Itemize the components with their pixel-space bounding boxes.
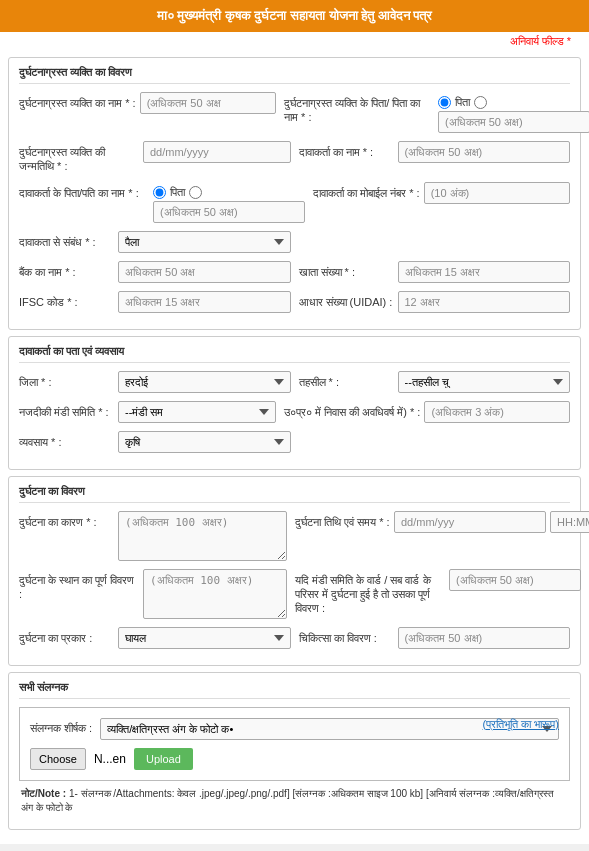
group-relation: दावाकता से संबंध * : पैला xyxy=(19,231,291,253)
required-note: अनिवार्य फील्ड * xyxy=(8,32,581,51)
contact-label-text: संलग्नक शीर्षक : xyxy=(30,722,92,735)
preview-link[interactable]: (प्रतिभूति का भारूप) xyxy=(483,718,559,731)
group-residence: उ०प्र० में निवास की अवधिवर्ष में) * : xyxy=(284,401,570,423)
group-relative: दुर्घटनाग्रस्त व्यक्ति के पिता/ पिता का … xyxy=(284,92,570,133)
datetime-label: दुर्घटना तिथि एवं समय * : xyxy=(295,511,390,529)
group-mobile: दावाकर्ता का मोबाईल नंबर * : xyxy=(313,182,570,204)
group-accident-name: दुर्घटनाग्रस्त व्यक्ति का नाम * : xyxy=(19,92,276,114)
medical-input[interactable] xyxy=(398,627,571,649)
mandi-label: नजदीकी मंडी समिति * : xyxy=(19,401,114,419)
row-district: जिला * : हरदोई तहसील * : --तहसील चु xyxy=(19,371,570,393)
note-title: नोट/Note : xyxy=(21,788,66,799)
contact-label-row: संलग्नक शीर्षक : व्यक्ति/क्षतिग्रस्त अंग… xyxy=(30,718,559,740)
section-accident-person: दुर्घटनाग्रस्त व्यक्ति का विवरण दुर्घटना… xyxy=(8,57,581,330)
group-claimant-name: दावाकर्ता का नाम * : xyxy=(299,141,571,163)
row-bank: बैंक का नाम * : खाता संख्या * : xyxy=(19,261,570,283)
cause-textarea[interactable] xyxy=(118,511,287,561)
medical-label: चिकित्सा का विवरण : xyxy=(299,627,394,645)
dob-label: दुर्घटनाग्रस्त व्यक्ति की जन्मतिथि * : xyxy=(19,141,139,174)
section-attachments: सभी संलग्नक (प्रतिभूति का भारूप) संलग्नक… xyxy=(8,672,581,830)
row-dob: दुर्घटनाग्रस्त व्यक्ति की जन्मतिथि * : द… xyxy=(19,141,570,174)
occupation-label: व्यवसाय * : xyxy=(19,431,114,449)
row-accident-type: दुर्घटना का प्रकार : घायल चिकित्सा का वि… xyxy=(19,627,570,649)
group-ifsc: IFSC कोड * : xyxy=(19,291,291,313)
group-district: जिला * : हरदोई xyxy=(19,371,291,393)
row-name: दुर्घटनाग्रस्त व्यक्ति का नाम * : दुर्घट… xyxy=(19,92,570,133)
accident-type-select[interactable]: घायल xyxy=(118,627,291,649)
dob-input[interactable] xyxy=(143,141,291,163)
relation-label: दावाकता से संबंध * : xyxy=(19,231,114,249)
bank-input[interactable] xyxy=(118,261,291,283)
district-label: जिला * : xyxy=(19,371,114,389)
upload-button[interactable]: Upload xyxy=(134,748,193,770)
group-tehsil: तहसील * : --तहसील चु xyxy=(299,371,571,393)
page-header: मा० मुख्यमंत्री कृषक दुर्घटना सहायता योज… xyxy=(0,0,589,32)
accident-name-input[interactable] xyxy=(140,92,276,114)
page-title: मा० मुख्यमंत्री कृषक दुर्घटना सहायता योज… xyxy=(157,8,433,23)
group-bank: बैंक का नाम * : xyxy=(19,261,291,283)
radio-pita-group: पिता xyxy=(438,92,589,109)
radio-mata[interactable] xyxy=(474,96,487,109)
group-location: दुर्घटना के स्थान का पूर्ण विवरण : xyxy=(19,569,287,619)
section-address: दावाकर्ता का पता एवं व्यवसाय जिला * : हर… xyxy=(8,336,581,470)
claimant-name-label: दावाकर्ता का नाम * : xyxy=(299,141,394,159)
choose-file-button[interactable]: Choose xyxy=(30,748,86,770)
datetime-inputs xyxy=(394,511,589,533)
section2-title: दावाकर्ता का पता एवं व्यवसाय xyxy=(19,345,570,363)
mandi-select[interactable]: --मंडी सम xyxy=(118,401,276,423)
group-dob: दुर्घटनाग्रस्त व्यक्ति की जन्मतिथि * : xyxy=(19,141,291,174)
radio-mata2[interactable] xyxy=(189,186,202,199)
row-location: दुर्घटना के स्थान का पूर्ण विवरण : यदि म… xyxy=(19,569,570,619)
row-mandi: नजदीकी मंडी समिति * : --मंडी सम उ०प्र० म… xyxy=(19,401,570,423)
row-cause: दुर्घटना का कारण * : दुर्घटना तिथि एवं स… xyxy=(19,511,570,561)
occupation-select[interactable]: कृषि xyxy=(118,431,291,453)
tehsil-label: तहसील * : xyxy=(299,371,394,389)
ifsc-input[interactable] xyxy=(118,291,291,313)
account-input[interactable] xyxy=(398,261,571,283)
relative-name-input[interactable] xyxy=(438,111,589,133)
claimant-name-input[interactable] xyxy=(398,141,571,163)
group-occupation: व्यवसाय * : कृषि xyxy=(19,431,291,453)
group-medical: चिकित्सा का विवरण : xyxy=(299,627,571,649)
section4-title: सभी संलग्नक xyxy=(19,681,570,699)
aadhar-label: आधार संख्या (UIDAI) : xyxy=(299,291,394,309)
mandi-detail-label: यदि मंडी समिति के वार्ड / सब वार्ड के पर… xyxy=(295,569,445,616)
group-account: खाता संख्या * : xyxy=(299,261,571,283)
aadhar-input[interactable] xyxy=(398,291,571,313)
radio-pita2-group: पिता xyxy=(153,182,305,199)
mobile-input[interactable] xyxy=(424,182,570,204)
mandi-detail-input[interactable] xyxy=(449,569,581,591)
row-relation: दावाकता से संबंध * : पैला xyxy=(19,231,570,253)
tehsil-select[interactable]: --तहसील चु xyxy=(398,371,571,393)
group-mandi-detail: यदि मंडी समिति के वार्ड / सब वार्ड के पर… xyxy=(295,569,581,616)
location-label: दुर्घटना के स्थान का पूर्ण विवरण : xyxy=(19,569,139,602)
mobile-label: दावाकर्ता का मोबाईल नंबर * : xyxy=(313,182,420,200)
radio-pita[interactable] xyxy=(438,96,451,109)
section-accident-details: दुर्घटना का विवरण दुर्घटना का कारण * : द… xyxy=(8,476,581,666)
claimant-relation-input[interactable] xyxy=(153,201,305,223)
relative-label: दुर्घटनाग्रस्त व्यक्ति के पिता/ पिता का … xyxy=(284,92,434,125)
group-datetime: दुर्घटना तिथि एवं समय * : xyxy=(295,511,589,533)
group-mandi: नजदीकी मंडी समिति * : --मंडी सम xyxy=(19,401,276,423)
relation-select[interactable]: पैला xyxy=(118,231,291,253)
location-textarea[interactable] xyxy=(143,569,287,619)
section3-title: दुर्घटना का विवरण xyxy=(19,485,570,503)
group-aadhar: आधार संख्या (UIDAI) : xyxy=(299,291,571,313)
group-accident-type: दुर्घटना का प्रकार : घायल xyxy=(19,627,291,649)
group-cause: दुर्घटना का कारण * : xyxy=(19,511,287,561)
radio-pita-label: पिता xyxy=(455,96,470,109)
row-claimant-relation: दावाकर्ता के पिता/पति का नाम * : पिता दा… xyxy=(19,182,570,223)
residence-input[interactable] xyxy=(424,401,570,423)
attachment-inner: (प्रतिभूति का भारूप) संलग्नक शीर्षक : व्… xyxy=(19,707,570,781)
file-row: Choose N...en Upload xyxy=(30,748,559,770)
radio-pita2[interactable] xyxy=(153,186,166,199)
accident-type-label: दुर्घटना का प्रकार : xyxy=(19,627,114,645)
residence-label: उ०प्र० में निवास की अवधिवर्ष में) * : xyxy=(284,401,420,419)
district-select[interactable]: हरदोई xyxy=(118,371,291,393)
date-input[interactable] xyxy=(394,511,546,533)
group-claimant-relation: दावाकर्ता के पिता/पति का नाम * : पिता xyxy=(19,182,305,223)
note-text: 1- संलग्नक /Attachments: केवल .jpeg/.jpe… xyxy=(21,788,554,813)
row-occupation: व्यवसाय * : कृषि xyxy=(19,431,570,453)
claimant-relation-label: दावाकर्ता के पिता/पति का नाम * : xyxy=(19,182,149,200)
time-input[interactable] xyxy=(550,511,589,533)
